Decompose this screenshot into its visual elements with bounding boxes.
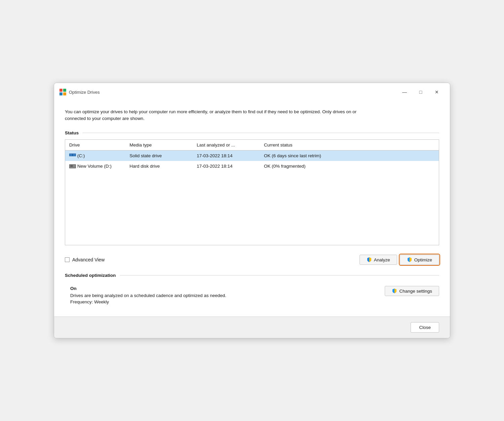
window-controls: — □ ✕ bbox=[397, 87, 445, 97]
scheduled-frequency: Frequency: Weekly bbox=[70, 299, 385, 304]
col-header-status: Current status bbox=[260, 139, 439, 150]
analyze-label: Analyze bbox=[374, 257, 390, 262]
app-icon bbox=[59, 89, 66, 95]
drive-label-c: (C:) bbox=[77, 153, 85, 158]
table-row[interactable]: (C:) Solid state drive 17-03-2022 18:14 … bbox=[65, 150, 439, 161]
change-settings-label: Change settings bbox=[399, 289, 432, 294]
drive-name-cell-c: (C:) bbox=[65, 150, 126, 161]
drives-table: Drive Media type Last analyzed or ... Cu… bbox=[65, 139, 439, 246]
drive-name-cell-d: New Volume (D:) bbox=[65, 161, 126, 171]
optimize-drives-window: Optimize Drives — □ ✕ You can optimize y… bbox=[54, 83, 450, 338]
analyze-button[interactable]: Analyze bbox=[360, 255, 397, 265]
analyze-shield-icon bbox=[367, 257, 372, 262]
window-footer: Close bbox=[54, 317, 450, 338]
table-row[interactable]: New Volume (D:) Hard disk drive 17-03-20… bbox=[65, 161, 439, 171]
svg-rect-2 bbox=[59, 92, 62, 95]
media-type-d: Hard disk drive bbox=[126, 161, 193, 171]
scheduled-description: Drives are being analyzed on a scheduled… bbox=[70, 293, 385, 298]
optimize-button[interactable]: Optimize bbox=[400, 255, 439, 265]
window-content: You can optimize your drives to help you… bbox=[54, 100, 450, 311]
status-d: OK (0% fragmented) bbox=[260, 161, 439, 171]
status-title: Status bbox=[65, 130, 79, 135]
table-header-row: Drive Media type Last analyzed or ... Cu… bbox=[65, 139, 439, 150]
settings-shield-icon bbox=[392, 288, 397, 294]
window-title: Optimize Drives bbox=[69, 90, 397, 95]
svg-rect-0 bbox=[59, 89, 62, 92]
optimize-shield-icon bbox=[407, 257, 412, 262]
advanced-view-checkbox[interactable] bbox=[65, 257, 70, 262]
col-header-last: Last analyzed or ... bbox=[193, 139, 260, 150]
last-analyzed-d: 17-03-2022 18:14 bbox=[193, 161, 260, 171]
minimize-button[interactable]: — bbox=[397, 87, 412, 97]
close-button[interactable]: ✕ bbox=[429, 87, 445, 97]
svg-rect-3 bbox=[63, 92, 66, 95]
col-header-drive: Drive bbox=[65, 139, 126, 150]
optimize-label: Optimize bbox=[414, 257, 432, 262]
ssd-icon bbox=[69, 153, 75, 158]
scheduled-title: Scheduled optimization bbox=[65, 273, 116, 278]
advanced-view-toggle[interactable]: Advanced View bbox=[65, 257, 360, 262]
title-bar: Optimize Drives — □ ✕ bbox=[54, 83, 450, 100]
svg-rect-1 bbox=[63, 89, 66, 92]
table-empty-row bbox=[65, 171, 439, 245]
status-section-header: Status bbox=[65, 130, 439, 135]
change-settings-button[interactable]: Change settings bbox=[385, 286, 439, 296]
last-analyzed-c: 17-03-2022 18:14 bbox=[193, 150, 260, 161]
media-type-c: Solid state drive bbox=[126, 150, 193, 161]
scheduled-text-block: On Drives are being analyzed on a schedu… bbox=[70, 286, 385, 304]
description-text: You can optimize your drives to help you… bbox=[65, 109, 367, 122]
advanced-view-label: Advanced View bbox=[72, 257, 104, 262]
scheduled-section: Scheduled optimization On Drives are bei… bbox=[65, 273, 439, 311]
action-buttons: Analyze Optimize bbox=[360, 255, 439, 265]
scheduled-status: On bbox=[70, 286, 385, 291]
actions-row: Advanced View Analyze bbox=[65, 251, 439, 271]
scheduled-content: On Drives are being analyzed on a schedu… bbox=[65, 282, 439, 311]
maximize-button[interactable]: □ bbox=[413, 87, 428, 97]
hdd-icon bbox=[69, 164, 75, 168]
scheduled-divider bbox=[120, 275, 439, 276]
col-header-media: Media type bbox=[126, 139, 193, 150]
status-c: OK (6 days since last retrim) bbox=[260, 150, 439, 161]
scheduled-section-header: Scheduled optimization bbox=[65, 273, 439, 278]
close-footer-button[interactable]: Close bbox=[411, 322, 439, 333]
status-divider bbox=[83, 133, 439, 133]
drive-label-d: New Volume (D:) bbox=[77, 164, 112, 169]
